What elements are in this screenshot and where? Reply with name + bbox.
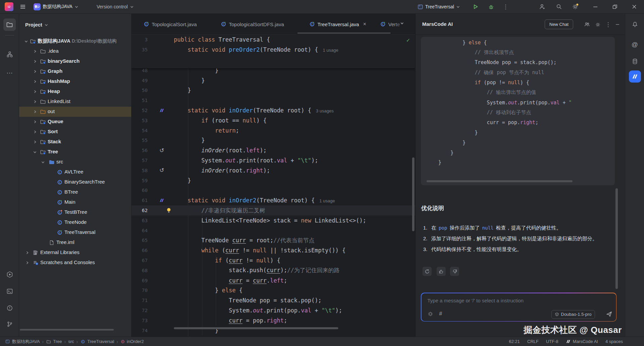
marscode-gutter-icon[interactable] [158, 108, 166, 113]
chevron-down-icon[interactable] [24, 39, 28, 43]
code-line-60[interactable]: 60 [132, 186, 415, 196]
recursive-call-gutter-icon[interactable]: ↺ [158, 167, 166, 173]
code-line-62[interactable]: 62 //非递归实现遍历二叉树 [132, 205, 415, 215]
tree-item-scratches-and-consoles[interactable]: Scratches and Consoles [19, 258, 132, 268]
code-line-51[interactable]: 51 [132, 95, 415, 105]
code-line-59[interactable]: 59 } [132, 176, 415, 186]
chevron-right-icon[interactable] [33, 140, 37, 144]
ide-logo-icon[interactable]: IJ [3, 2, 15, 11]
tree-item-avltree[interactable]: CAVLTree [19, 167, 132, 177]
code-line-63[interactable]: 63 LinkedList<TreeNode> stack = new Link… [132, 215, 415, 226]
tree-item-external-libraries[interactable]: External Libraries [19, 248, 132, 258]
code-line-54[interactable]: 54 return; [132, 126, 415, 136]
terminal-tool-button[interactable] [3, 285, 16, 297]
chevron-down-icon[interactable] [41, 160, 45, 164]
chevron-right-icon[interactable] [33, 90, 37, 94]
main-menu-button[interactable] [17, 2, 28, 11]
code-line-56[interactable]: 56↺ inOrder(root.left); [132, 145, 415, 155]
file-encoding[interactable]: UTF-8 [546, 339, 558, 344]
breadcrumb-item-inorder2[interactable]: minOrder2 [120, 339, 144, 344]
project-widget[interactable]: 数J 数据结构JAVA [32, 2, 81, 11]
breadcrumb-item--java[interactable]: 数据结构JAVA [5, 339, 40, 345]
breadcrumb-item-tree[interactable]: Tree [46, 339, 62, 344]
ai-assistant-tool-button[interactable]: @ [629, 38, 641, 51]
code-line-61[interactable]: 61 static void inOrder2(TreeNode root) {… [132, 195, 415, 205]
code-line-69[interactable]: 69 curr = curr.left; [132, 276, 415, 286]
editor-tab-topologicalsort-java[interactable]: CTopologicalSort.java [141, 14, 208, 35]
marscode-status[interactable]: MarsCode AI [566, 339, 598, 344]
chevron-down-icon[interactable] [33, 150, 37, 154]
code-line-64[interactable]: 64 [132, 226, 415, 236]
code-line-52[interactable]: 52 static void inOrder(TreeNode root) {3… [132, 105, 415, 115]
ai-settings-button[interactable] [594, 21, 601, 28]
marscode-tool-button[interactable] [629, 70, 641, 83]
code-line-73[interactable]: 73 curr = pop.right; [132, 315, 415, 326]
settings-button[interactable] [570, 2, 581, 11]
ai-more-button[interactable]: ⋮ [604, 21, 612, 28]
editor-tab-topologicalsortdfs-java[interactable]: CTopologicalSortDFS.java [218, 14, 295, 35]
minimize-button[interactable] [591, 2, 600, 11]
line-separator[interactable]: CRLF [527, 339, 539, 344]
send-button[interactable] [606, 311, 612, 317]
tree-item--idea[interactable]: .idea [19, 46, 132, 56]
tab-scrollbar[interactable] [297, 33, 391, 34]
close-button[interactable] [630, 2, 639, 11]
hash-context-icon[interactable]: # [439, 311, 442, 316]
sparkle-icon[interactable] [428, 311, 433, 317]
code-lines[interactable]: 48 }49 }50 }5152 static void inOrder(Tre… [132, 65, 415, 337]
sticky-line[interactable]: 3public class TreeTraversal { [132, 35, 415, 45]
tree-item-linkedlist[interactable]: LinkedList [19, 97, 132, 107]
chat-input-field[interactable]: Type a message or '/' to select a instru… [428, 298, 524, 303]
chevron-right-icon[interactable] [25, 261, 29, 265]
sticky-line[interactable]: 35 static void preOrder2(TreeNode root) … [132, 45, 415, 55]
tree-item-out[interactable]: out [19, 107, 132, 117]
tree-item-sort[interactable]: Sort [19, 127, 132, 137]
code-line-66[interactable]: 66 while (curr != null || !stack.isEmpty… [132, 245, 415, 255]
chevron-right-icon[interactable] [33, 110, 37, 114]
ai-code-hscrollbar[interactable] [427, 180, 573, 182]
code-line-72[interactable]: 72 System.out.print(pop.val + "\t"); [132, 305, 415, 315]
problems-tool-button[interactable] [3, 302, 16, 314]
tree-item-src[interactable]: src [19, 157, 132, 167]
chevron-right-icon[interactable] [33, 69, 37, 73]
code-line-53[interactable]: 53 if (root == null) { [132, 115, 415, 126]
breadcrumb-item-treetraversal[interactable]: CTreeTraversal [80, 339, 114, 344]
run-button[interactable] [470, 2, 481, 11]
project-hscrollbar[interactable] [20, 329, 114, 331]
chevron-right-icon[interactable] [33, 120, 37, 124]
tree-item-binarysearch[interactable]: binarySearch [19, 56, 132, 66]
tree-item-testbtree[interactable]: CTestBTree [19, 207, 132, 217]
code-line-65[interactable]: 65 TreeNode curr = root;//代表当前节点 [132, 236, 415, 246]
code-line-70[interactable]: 70 } else { [132, 286, 415, 296]
ai-hide-button[interactable] [614, 21, 621, 28]
tree-item-binarysearchtree[interactable]: CBinarySearchTree [19, 177, 132, 187]
thumbs-up-button[interactable] [437, 267, 446, 276]
database-tool-button[interactable] [629, 55, 641, 67]
marscode-gutter-icon[interactable] [158, 198, 166, 203]
project-panel-header[interactable]: Project [25, 22, 48, 28]
tree-item-treetraversal[interactable]: CTreeTraversal [19, 228, 132, 238]
code-line-55[interactable]: 55 } [132, 136, 415, 146]
structure-tool-button[interactable] [3, 48, 16, 60]
tree-item-btree[interactable]: CBTree [19, 187, 132, 197]
code-line-49[interactable]: 49 } [132, 76, 415, 86]
more-run-options-button[interactable]: ⋮ [501, 2, 510, 11]
tree-item-tree-iml[interactable]: Tree.iml [19, 238, 132, 248]
notifications-button[interactable] [629, 18, 641, 31]
breadcrumb-item-src[interactable]: src [68, 339, 74, 344]
code-line-58[interactable]: 58↺ inOrder(root.right); [132, 165, 415, 176]
tab-list-chevron[interactable] [400, 21, 404, 25]
chevron-right-icon[interactable] [33, 59, 37, 63]
intention-bulb-icon[interactable] [166, 207, 171, 213]
search-everywhere-button[interactable] [554, 2, 564, 11]
more-tools-button[interactable]: … [3, 65, 16, 77]
tree-item-heap[interactable]: Heap [19, 87, 132, 97]
indent-setting[interactable]: 4 spaces [605, 339, 623, 344]
thumbs-down-button[interactable] [450, 267, 459, 276]
chevron-right-icon[interactable] [33, 80, 37, 84]
chevron-right-icon[interactable] [33, 100, 37, 104]
tree-item-main[interactable]: CMain [19, 197, 132, 207]
code-line-50[interactable]: 50 } [132, 86, 415, 96]
chevron-right-icon[interactable] [33, 130, 37, 134]
vcs-widget[interactable]: Version control [95, 2, 136, 11]
